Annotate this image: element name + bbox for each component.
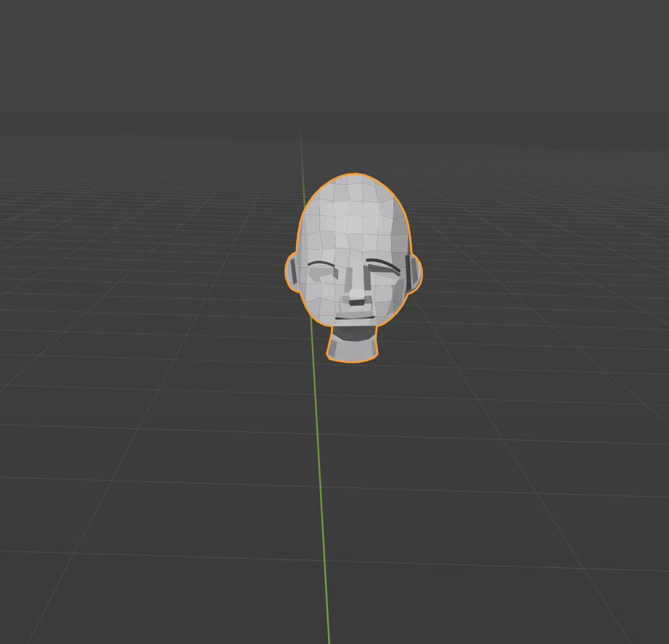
neck-front [334,341,373,361]
viewport-canvas[interactable] [0,0,669,644]
lower-lip [339,318,371,327]
nose-bridge [352,260,363,289]
sky-background [0,0,669,119]
nose-bridge-right-shadow [363,265,371,290]
mesh-facet [375,285,393,303]
forehead-highlight [326,203,382,235]
3d-viewport[interactable] [0,0,669,644]
mesh-facet [377,235,392,252]
nose-tip [349,289,365,297]
mesh-facet [363,234,378,253]
nose-wing-left [342,295,350,304]
mesh-facet [391,234,409,253]
